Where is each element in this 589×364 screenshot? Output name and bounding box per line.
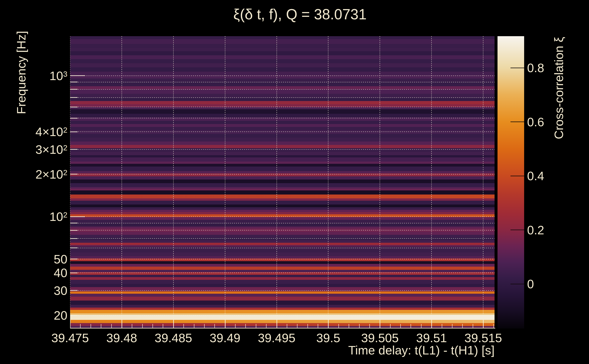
heatmap-plot-area — [70, 36, 495, 329]
y-gridline — [70, 230, 495, 230]
heatmap-band — [70, 109, 495, 114]
x-gridline — [431, 36, 432, 329]
y-axis-tick — [70, 97, 78, 98]
heatmap-band — [70, 310, 495, 313]
colorbar-tick-label: 0.2 — [527, 224, 582, 236]
heatmap-band — [70, 67, 495, 72]
x-axis-major-tick — [70, 319, 71, 329]
heatmap-band — [70, 183, 495, 187]
heatmap-band — [70, 320, 495, 323]
heatmap-band — [70, 297, 495, 301]
y-axis-tick — [70, 290, 78, 291]
x-gridline — [225, 36, 225, 329]
heatmap-band — [70, 48, 495, 52]
y-gridline — [70, 273, 495, 273]
x-axis-major-tick — [483, 319, 484, 329]
heatmap-band — [70, 44, 495, 48]
y-axis-tick — [70, 75, 85, 76]
heatmap-band — [70, 72, 495, 75]
heatmap-band — [70, 89, 495, 94]
x-axis-major-tick — [276, 319, 277, 329]
x-axis-major-tick — [122, 319, 122, 329]
heatmap-band — [70, 250, 495, 253]
y-gridline — [70, 76, 495, 76]
heatmap-band — [70, 145, 495, 148]
y-gridline — [70, 82, 495, 82]
x-gridline — [380, 36, 380, 329]
heatmap-band — [70, 39, 495, 44]
y-axis-tick — [70, 259, 78, 259]
colorbar-tick-label: 0 — [527, 278, 582, 290]
x-axis-major-tick — [173, 319, 174, 329]
y-axis-tick — [70, 131, 78, 132]
heatmap-band — [70, 130, 495, 134]
heatmap-band — [70, 280, 495, 284]
x-axis-major-tick — [225, 319, 226, 329]
heatmap-band — [70, 121, 495, 124]
heatmap-band — [70, 237, 495, 240]
y-tick-label: 30 — [9, 284, 67, 297]
x-axis-line — [70, 328, 495, 329]
x-gridline — [276, 36, 277, 329]
y-gridline — [70, 89, 495, 90]
y-axis-tick — [70, 223, 78, 223]
heatmap-band — [70, 152, 495, 155]
y-tick-label: 20 — [9, 309, 67, 321]
heatmap-band — [70, 127, 495, 130]
y-tick-label: 3×102 — [9, 143, 67, 156]
y-gridline — [70, 315, 495, 316]
colorbar-tick-label: 0.4 — [527, 170, 582, 182]
colorbar-tick — [510, 176, 524, 176]
y-axis-tick — [70, 82, 78, 82]
y-axis-tick — [70, 107, 78, 107]
y-gridline — [70, 290, 495, 291]
x-gridline — [173, 36, 174, 329]
y-gridline — [70, 216, 495, 217]
heatmap-band — [70, 195, 495, 199]
colorbar — [497, 36, 524, 329]
heatmap-band — [70, 190, 495, 195]
y-gridline — [70, 118, 495, 118]
figure-page: { "figure": { "background": "#000000", "… — [0, 0, 589, 364]
colorbar-tick — [510, 284, 524, 284]
x-gridline — [483, 36, 483, 329]
x-tick-label: 39.515 — [449, 332, 517, 344]
y-gridline — [70, 131, 495, 132]
heatmap-band — [70, 114, 495, 118]
colorbar-tick — [510, 230, 524, 230]
heatmap-band — [70, 323, 495, 326]
y-axis-tick — [70, 89, 78, 90]
y-axis-tick — [70, 174, 78, 175]
heatmap-band — [70, 36, 495, 39]
heatmap-band — [70, 232, 495, 235]
chart-title: ξ(δ t, f), Q = 38.0731 — [70, 6, 530, 22]
heatmap-band — [70, 148, 495, 152]
heatmap-band — [70, 124, 495, 127]
y-axis-tick — [70, 216, 85, 217]
heatmap-band — [70, 134, 495, 138]
x-gridline — [70, 36, 70, 329]
heatmap-band — [70, 82, 495, 86]
y-gridline — [70, 259, 495, 259]
heatmap-band — [70, 98, 495, 101]
heatmap-band — [70, 300, 495, 305]
colorbar-tick-label: 0.6 — [527, 116, 582, 128]
colorbar-tick-label: 0.8 — [527, 62, 582, 74]
y-axis-tick — [70, 230, 78, 231]
heatmap-band — [70, 294, 495, 297]
y-gridline — [70, 223, 495, 223]
heatmap-band — [70, 287, 495, 292]
heatmap-band — [70, 51, 495, 56]
y-axis-tick — [70, 149, 78, 150]
y-tick-label: 50 — [9, 253, 67, 265]
y-gridline — [70, 174, 495, 175]
heatmap-band — [70, 157, 495, 162]
y-tick-label: 4×102 — [9, 126, 67, 138]
y-gridline — [70, 248, 495, 248]
y-gridline — [70, 238, 495, 239]
y-axis-tick — [70, 247, 78, 248]
x-axis-major-tick — [431, 319, 432, 329]
heatmap-band — [70, 138, 495, 142]
y-axis-tick — [70, 273, 78, 273]
y-tick-label: 40 — [9, 267, 67, 279]
